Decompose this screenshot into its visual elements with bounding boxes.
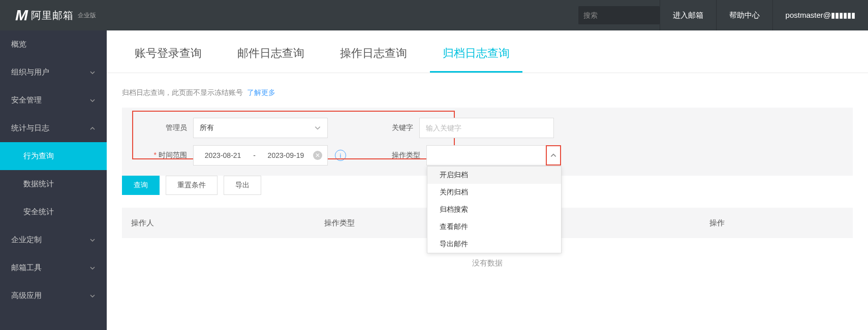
sidebar-item-label: 组织与用户 (11, 68, 49, 77)
sidebar-item-org-users[interactable]: 组织与用户 (0, 58, 107, 86)
notice-bar: 归档日志查询，此页面不显示冻结账号 了解更多 (107, 73, 868, 103)
optype-select[interactable]: 开启归档 关闭归档 归档搜索 查看邮件 导出邮件 (426, 145, 561, 166)
date-start-value: 2023-08-21 (199, 151, 247, 159)
sidebar-item-security-stats[interactable]: 安全统计 (0, 198, 107, 226)
tab-account-login-query[interactable]: 账号登录查询 (122, 30, 214, 73)
chevron-down-icon (89, 97, 96, 104)
sidebar-item-overview[interactable]: 概览 (0, 30, 107, 58)
header-search-input[interactable] (583, 11, 672, 19)
notice-text: 归档日志查询，此页面不显示冻结账号 (122, 88, 243, 96)
col-action: 操作 (700, 218, 853, 228)
chevron-down-icon (89, 70, 96, 76)
sidebar-item-mail-tools[interactable]: 邮箱工具 (0, 254, 107, 282)
optype-option[interactable]: 导出邮件 (427, 236, 561, 253)
logo-subtext: 企业版 (78, 11, 96, 20)
tab-operation-log-query[interactable]: 操作日志查询 (327, 30, 420, 73)
keyword-label: 关键字 (363, 123, 419, 133)
tab-bar: 账号登录查询 邮件日志查询 操作日志查询 归档日志查询 (107, 30, 868, 73)
user-email[interactable]: postmaster@▮▮▮▮▮▮ (772, 0, 868, 30)
chevron-up-icon (89, 125, 96, 131)
sidebar-item-label: 概览 (11, 40, 26, 49)
sidebar-item-security[interactable]: 安全管理 (0, 86, 107, 114)
sidebar-item-advanced-apps[interactable]: 高级应用 (0, 282, 107, 310)
chevron-down-icon (89, 237, 96, 243)
learn-more-link[interactable]: 了解更多 (247, 88, 275, 96)
keyword-input[interactable] (420, 118, 553, 138)
enter-mailbox-link[interactable]: 进入邮箱 (660, 0, 716, 30)
sidebar-item-stats-logs[interactable]: 统计与日志 (0, 114, 107, 142)
query-button[interactable]: 查询 (122, 176, 160, 195)
chevron-down-icon (314, 124, 321, 131)
sidebar-item-label: 企业定制 (11, 235, 42, 245)
sidebar-item-label: 邮箱工具 (11, 263, 42, 273)
admin-label: 管理员 (137, 123, 193, 133)
sidebar-item-label: 高级应用 (11, 291, 42, 301)
tab-mail-log-query[interactable]: 邮件日志查询 (225, 30, 317, 73)
optype-dropdown: 开启归档 关闭归档 归档搜索 查看邮件 导出邮件 (427, 166, 562, 253)
chevron-down-icon (89, 265, 96, 271)
filter-form: 管理员 所有 关键字 *时间范围 (122, 108, 853, 176)
sidebar-item-label: 安全管理 (11, 95, 42, 105)
date-end-value: 2023-09-19 (262, 151, 310, 159)
logo-text: 阿里邮箱 (31, 9, 74, 22)
optype-label: 操作类型 (370, 151, 426, 160)
sidebar-item-label: 安全统计 (23, 207, 54, 217)
info-icon[interactable]: i (335, 150, 346, 161)
admin-select[interactable]: 所有 (193, 118, 328, 138)
sidebar-item-data-stats[interactable]: 数据统计 (0, 170, 107, 198)
export-button[interactable]: 导出 (224, 176, 261, 195)
optype-option[interactable]: 查看邮件 (427, 218, 561, 236)
date-range-picker[interactable]: 2023-08-21 - 2023-09-19 ✕ (193, 145, 328, 166)
sidebar-item-label: 数据统计 (23, 179, 54, 189)
logo-icon: M (15, 7, 28, 24)
help-center-link[interactable]: 帮助中心 (716, 0, 772, 30)
sidebar-item-label: 统计与日志 (11, 123, 49, 133)
clear-date-icon[interactable]: ✕ (313, 151, 322, 160)
optype-option[interactable]: 关闭归档 (427, 184, 561, 201)
chevron-down-icon (89, 293, 96, 299)
admin-select-value: 所有 (200, 123, 214, 133)
sidebar-item-enterprise-custom[interactable]: 企业定制 (0, 226, 107, 254)
header-search[interactable] (578, 6, 660, 24)
sidebar-item-label: 行为查询 (23, 151, 54, 161)
logo: M 阿里邮箱 企业版 (0, 7, 107, 24)
date-separator: - (247, 151, 262, 159)
reset-button[interactable]: 重置条件 (166, 176, 218, 195)
optype-option[interactable]: 开启归档 (427, 167, 561, 184)
chevron-up-icon (550, 152, 557, 159)
main-content: 账号登录查询 邮件日志查询 操作日志查询 归档日志查询 归档日志查询，此页面不显… (107, 30, 868, 330)
sidebar: 概览 组织与用户 安全管理 统计与日志 行为查询 数据统计 安全统计 企业定制 … (0, 30, 107, 330)
tab-archive-log-query[interactable]: 归档日志查询 (430, 30, 522, 73)
annotation-highlight-chevron (546, 145, 561, 166)
keyword-input-wrap (419, 118, 554, 138)
time-range-label: *时间范围 (137, 151, 193, 160)
col-operator: 操作人 (122, 218, 315, 228)
optype-option[interactable]: 归档搜索 (427, 201, 561, 218)
sidebar-item-behavior-query[interactable]: 行为查询 (0, 142, 107, 170)
top-header: M 阿里邮箱 企业版 进入邮箱 帮助中心 postmaster@▮▮▮▮▮▮ (0, 0, 868, 30)
